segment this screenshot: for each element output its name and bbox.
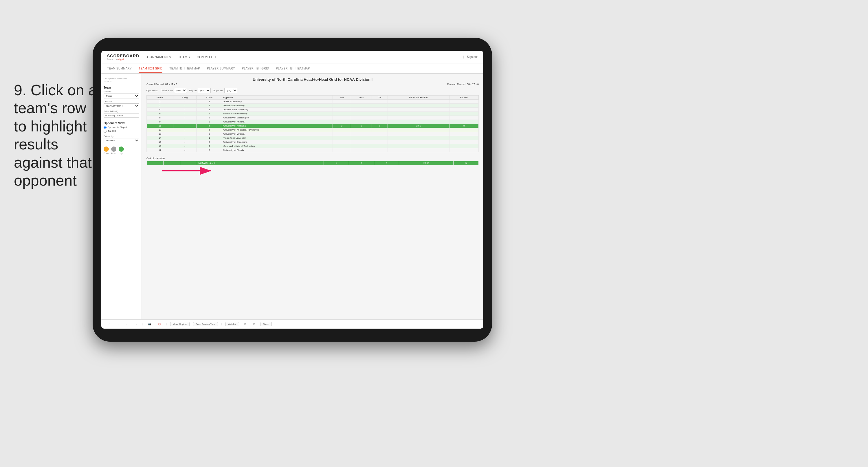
sub-nav-player-h2h-heatmap[interactable]: PLAYER H2H HEATMAP: [276, 64, 310, 72]
sidebar-gender-select[interactable]: Men's Women's: [104, 93, 139, 98]
cell-win: 3: [333, 124, 351, 128]
cell-loss: [351, 132, 372, 136]
table-row[interactable]: 11-5University of Alabama3002.618: [147, 124, 479, 128]
opponent-filter-select[interactable]: (All): [224, 88, 237, 93]
table-row[interactable]: 9-3University of Arizona: [147, 120, 479, 124]
division-record: Division Record: 88 - 17 - 0: [447, 83, 479, 86]
table-row[interactable]: 16-4Georgia Institute of Technology: [147, 144, 479, 148]
toolbar-redo[interactable]: ↪: [115, 322, 120, 326]
sidebar-division-label: Division: [104, 100, 139, 103]
toolbar-share[interactable]: Share: [260, 322, 272, 326]
toolbar-icon2[interactable]: ⊡: [251, 322, 257, 326]
colour-down-label: Down: [104, 152, 109, 154]
cell-win: [333, 132, 351, 136]
toolbar-forward[interactable]: →: [133, 322, 139, 326]
cell-diff: [388, 99, 450, 104]
sign-out-link[interactable]: Sign out: [467, 55, 477, 58]
sub-nav-player-summary[interactable]: PLAYER SUMMARY: [207, 64, 235, 72]
toolbar-back[interactable]: ←: [124, 322, 130, 326]
opponents-label: Opponents:: [147, 89, 158, 92]
th-tie: Tie: [372, 95, 388, 99]
tablet-frame: SCOREBOARD Powered by clippd TOURNAMENTS…: [93, 38, 492, 342]
sidebar-radio-top100[interactable]: Top 100: [104, 130, 139, 133]
cell-tie: 0: [372, 124, 388, 128]
toolbar-icon1[interactable]: ⊞: [243, 322, 248, 326]
cell-rounds: [450, 148, 479, 152]
cell-tie: [372, 148, 388, 152]
cell-tie: [372, 104, 388, 108]
sidebar-school-input[interactable]: [104, 113, 139, 118]
cell-reg: -: [173, 108, 196, 112]
table-row[interactable]: 14-1Texas Tech University: [147, 136, 479, 140]
nav-tournaments[interactable]: TOURNAMENTS: [145, 54, 171, 60]
cell-opponent: Texas Tech University: [222, 136, 333, 140]
toolbar-save-custom-view[interactable]: Save Custom View: [193, 322, 218, 326]
colour-up-group: Up: [119, 146, 124, 154]
table-row[interactable]: 6-2Florida State University: [147, 112, 479, 116]
ood-conf: [180, 161, 197, 165]
nav-teams[interactable]: TEAMS: [178, 54, 190, 60]
instruction-text: 9. Click on a team's row to highlight re…: [14, 81, 98, 189]
sub-nav: TEAM SUMMARY TEAM H2H GRID TEAM H2H HEAT…: [101, 63, 483, 74]
cell-tie: [372, 128, 388, 132]
sidebar-division-select[interactable]: NCAA Division I: [104, 104, 139, 108]
table-row[interactable]: 3-2Vanderbilt University: [147, 104, 479, 108]
toolbar-undo[interactable]: ↩: [106, 322, 112, 326]
cell-loss: [351, 120, 372, 124]
logo-area: SCOREBOARD Powered by clippd: [107, 54, 139, 60]
cell-win: [333, 148, 351, 152]
cell-diff: [388, 136, 450, 140]
cell-diff: [388, 132, 450, 136]
conference-filter-select[interactable]: (All): [174, 88, 187, 93]
sidebar-radio-group: Opponents Played Top 100: [104, 126, 139, 133]
toolbar-watch[interactable]: Watch ▾: [225, 322, 239, 326]
content-panel: University of North Carolina Head-to-Hea…: [142, 74, 483, 319]
colour-down-dot: [104, 146, 109, 152]
sub-nav-team-summary[interactable]: TEAM SUMMARY: [107, 64, 132, 72]
sidebar-colour-by-label: Colour by: [104, 135, 139, 138]
cell-rounds: [450, 128, 479, 132]
region-filter: Region (All): [189, 88, 211, 93]
cell-rounds: [450, 120, 479, 124]
cell-win: [333, 144, 351, 148]
cell-tie: [372, 108, 388, 112]
out-of-division-row[interactable]: NCAA Division II 1 0 0 26.00 3: [147, 161, 479, 165]
cell-conf: 6: [196, 128, 222, 132]
cell-diff: [388, 120, 450, 124]
toolbar-camera[interactable]: 📷: [147, 322, 153, 326]
sub-nav-team-h2h-grid[interactable]: TEAM H2H GRID: [138, 64, 162, 73]
conference-filter-label: Conference: [161, 89, 173, 92]
th-diff: Diff Av Strokes/Rnd: [388, 95, 450, 99]
nav-committee[interactable]: COMMITTEE: [197, 54, 217, 60]
sidebar-colour-by-select[interactable]: Win/loss: [104, 138, 139, 143]
cell-reg: -: [173, 128, 196, 132]
cell-reg: -: [173, 148, 196, 152]
bottom-toolbar: ↩ ↪ ← → | 📷 ⏰ | View: Original Save Cust…: [101, 319, 483, 329]
cell-rounds: [450, 136, 479, 140]
sidebar-radio-opponents-played[interactable]: Opponents Played: [104, 126, 139, 129]
cell-loss: [351, 104, 372, 108]
table-row[interactable]: 8-2University of Washington: [147, 116, 479, 120]
table-row[interactable]: 2-1Auburn University: [147, 99, 479, 104]
table-row[interactable]: 17-3University of Florida: [147, 148, 479, 152]
th-rank: # Rank: [147, 95, 174, 99]
cell-opponent: Arizona State University: [222, 108, 333, 112]
table-row[interactable]: 15-2University of Oklahoma: [147, 140, 479, 144]
sub-nav-team-h2h-heatmap[interactable]: TEAM H2H HEATMAP: [169, 64, 200, 72]
ood-win: 1: [323, 161, 349, 165]
table-row[interactable]: 12-6University of Arkansas, Fayetteville: [147, 128, 479, 132]
table-row[interactable]: 4-1Arizona State University: [147, 108, 479, 112]
cell-rounds: [450, 140, 479, 144]
th-loss: Loss: [351, 95, 372, 99]
watch-label: Watch ▾: [228, 323, 237, 325]
colour-level-dot: [111, 146, 116, 152]
colour-level-group: Level: [111, 146, 116, 154]
toolbar-view-original[interactable]: View: Original: [170, 322, 190, 326]
view-original-label: View: Original: [173, 323, 187, 325]
table-row[interactable]: 13-3University of Virginia: [147, 132, 479, 136]
toolbar-clock[interactable]: ⏰: [156, 322, 163, 326]
cell-conf: 2: [196, 104, 222, 108]
region-filter-select[interactable]: (All): [198, 88, 211, 93]
sub-nav-player-h2h-grid[interactable]: PLAYER H2H GRID: [242, 64, 269, 72]
cell-loss: [351, 144, 372, 148]
